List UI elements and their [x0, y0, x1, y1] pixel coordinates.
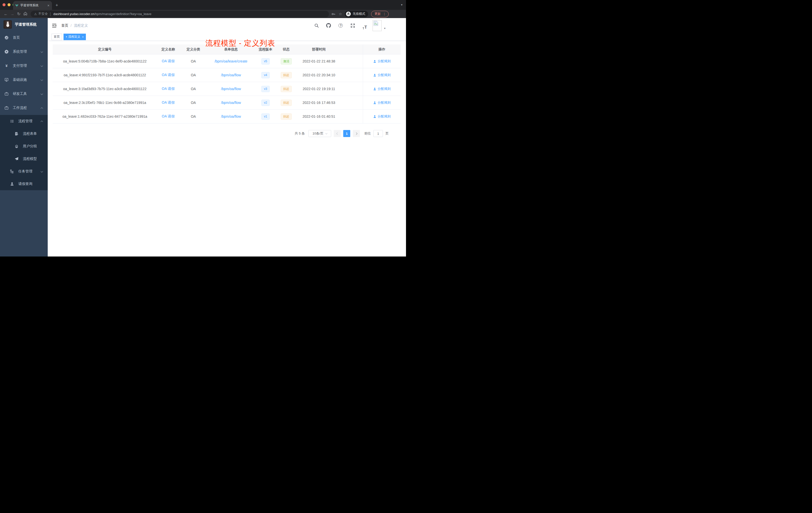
sidebar-item-system[interactable]: 系统管理: [0, 45, 48, 59]
definition-name-link[interactable]: OA 请假: [162, 100, 174, 104]
search-icon[interactable]: [312, 21, 321, 30]
definition-id: oa_leave:2:3c1f0ef1-76b1-11ec-9c66-a2380…: [53, 101, 157, 105]
version-badge: v4: [261, 72, 270, 78]
table-row: oa_leave:4:991f2193-7b7f-11ec-a3c8-acde4…: [53, 68, 401, 82]
form-link[interactable]: /bpm/oa/flow: [221, 115, 241, 118]
column-header: 定义名称: [157, 47, 179, 52]
window-minimize-button[interactable]: [7, 3, 10, 6]
sidebar-item-payment[interactable]: ¥ 支付管理: [0, 59, 48, 73]
current-page-button[interactable]: 1: [343, 130, 350, 137]
incognito-icon: [346, 11, 351, 16]
sidebar-item-label: 支付管理: [13, 63, 27, 68]
goto-page-input[interactable]: 1: [373, 130, 383, 137]
tag-process-definition[interactable]: ● 流程定义 ×: [63, 34, 86, 40]
window-close-button[interactable]: [2, 3, 5, 6]
chevron-down-icon: [41, 51, 43, 53]
sidebar-item-task-management[interactable]: 任务管理: [0, 165, 48, 178]
forward-icon[interactable]: →: [9, 12, 16, 16]
tab-search-caret-icon[interactable]: ▾: [401, 3, 403, 6]
assign-rule-button[interactable]: 分配规则: [373, 73, 391, 77]
chevron-left-icon: [336, 132, 339, 135]
deploy-time: 2022-01-22 20:34:10: [296, 73, 342, 77]
breadcrumb-home[interactable]: 首页: [61, 23, 68, 28]
fullscreen-icon[interactable]: [348, 21, 357, 30]
table-row: oa_leave:1:482ec033-762a-11ec-8477-a2380…: [53, 110, 401, 123]
sidebar: 芋道管理系统 首页 系统管理: [0, 18, 48, 256]
chevron-right-icon: [355, 132, 357, 135]
toolbox-icon: [4, 92, 8, 96]
bookmark-star-icon[interactable]: ☆: [338, 12, 343, 16]
url-bar[interactable]: ⚠ 不安全 | dashboard.yudao.iocoder.cn/bpm/m…: [31, 11, 329, 17]
password-key-icon[interactable]: [331, 11, 336, 17]
page-size-value: 10条/页: [312, 131, 323, 136]
github-icon[interactable]: [324, 21, 333, 30]
url-host: dashboard.yudao.iocoder.cn: [53, 12, 94, 16]
sidebar-item-infra[interactable]: 基础设施: [0, 73, 48, 87]
column-header: 操作: [363, 44, 401, 54]
definition-name-link[interactable]: OA 请假: [162, 59, 174, 63]
assign-rule-button[interactable]: 分配规则: [373, 114, 391, 119]
assign-rule-button[interactable]: 分配规则: [373, 59, 391, 63]
chevron-down-icon: [41, 170, 43, 173]
reload-icon[interactable]: ↻: [16, 11, 22, 16]
tab-close-icon[interactable]: ×: [47, 3, 50, 7]
sidebar-item-process-model[interactable]: 流程模型: [0, 153, 48, 165]
user-avatar-broken-image[interactable]: [373, 20, 382, 31]
back-icon[interactable]: ←: [2, 12, 9, 16]
plant-favicon-icon: [15, 4, 19, 7]
deploy-time: 2022-01-16 17:46:53: [296, 101, 342, 105]
sidebar-collapse-icon[interactable]: [52, 24, 57, 28]
definition-table: 定义编号 定义名称 定义分类 表单信息 流程版本 状态 部署时间 操作 oa_l…: [53, 44, 401, 123]
column-header: 状态: [276, 47, 296, 52]
url-divider: |: [50, 12, 51, 16]
next-page-button[interactable]: [353, 130, 360, 137]
form-link[interactable]: /bpm/oa/flow: [221, 101, 241, 105]
sidebar-item-process-form[interactable]: 流程表单: [0, 127, 48, 140]
assign-rule-label: 分配规则: [378, 73, 391, 77]
assign-rule-label: 分配规则: [378, 114, 391, 119]
tag-label: 流程定义: [68, 35, 80, 39]
app-logo-rabbit-avatar: [3, 20, 12, 29]
breadcrumb-separator: /: [70, 24, 71, 28]
assign-rule-button[interactable]: 分配规则: [373, 87, 391, 91]
definition-name-link[interactable]: OA 请假: [162, 114, 174, 118]
new-tab-button[interactable]: +: [56, 3, 58, 8]
sidebar-item-workflow[interactable]: 工作流程: [0, 101, 48, 115]
sidebar-logo-row[interactable]: 芋道管理系统: [0, 18, 48, 31]
browser-tab[interactable]: 芋道管理系统 ×: [13, 1, 52, 10]
app-title: 芋道管理系统: [15, 22, 37, 27]
definition-name-link[interactable]: OA 请假: [162, 87, 174, 91]
assign-rule-button[interactable]: 分配规则: [373, 100, 391, 105]
definition-name-link[interactable]: OA 请假: [162, 73, 174, 77]
sidebar-item-user-group[interactable]: 用户分组: [0, 140, 48, 153]
tag-close-icon[interactable]: ×: [82, 35, 84, 38]
home-icon[interactable]: [22, 11, 29, 17]
pagination: 共 5 条 10条/页 1 前往 1 页: [53, 130, 401, 137]
sidebar-item-label: 流程管理: [18, 119, 32, 123]
form-link[interactable]: /bpm/oa/leave/create: [215, 59, 248, 63]
tab-title: 芋道管理系统: [20, 3, 47, 7]
browser-tabstrip: 芋道管理系统 × + ▾: [0, 0, 406, 10]
goto-label: 前往: [364, 131, 371, 136]
page-size-select[interactable]: 10条/页: [308, 130, 331, 137]
version-badge: v1: [261, 114, 270, 120]
sidebar-item-devtools[interactable]: 研发工具: [0, 87, 48, 101]
definition-id: oa_leave:3:1fad3d93-7b75-11ec-a3c8-acde4…: [53, 87, 157, 91]
browser-menu-button[interactable]: 更新 ⋮: [371, 11, 389, 17]
avatar-caret-icon[interactable]: ▾: [384, 27, 385, 30]
form-link[interactable]: /bpm/oa/flow: [221, 73, 241, 77]
prev-page-button[interactable]: [334, 130, 341, 137]
form-link[interactable]: /bpm/oa/flow: [221, 87, 241, 91]
tag-home[interactable]: 首页: [52, 34, 62, 40]
breadcrumb-current: 流程定义: [74, 23, 88, 28]
deploy-time: 2022-01-16 01:40:51: [296, 115, 342, 118]
deploy-time: 2022-01-22 21:48:38: [296, 59, 342, 63]
sidebar-item-process-management[interactable]: 流程管理: [0, 115, 48, 127]
font-size-icon[interactable]: TT: [360, 21, 369, 30]
sidebar-item-home[interactable]: 首页: [0, 31, 48, 45]
assign-rule-label: 分配规则: [378, 100, 391, 105]
sidebar-item-leave-query[interactable]: 请假查询: [0, 178, 48, 190]
chevron-up-icon: [41, 108, 43, 110]
table-row: oa_leave:5:004b710b-7b8a-11ec-8ef0-acde4…: [53, 55, 401, 68]
help-icon[interactable]: ?: [337, 21, 345, 30]
